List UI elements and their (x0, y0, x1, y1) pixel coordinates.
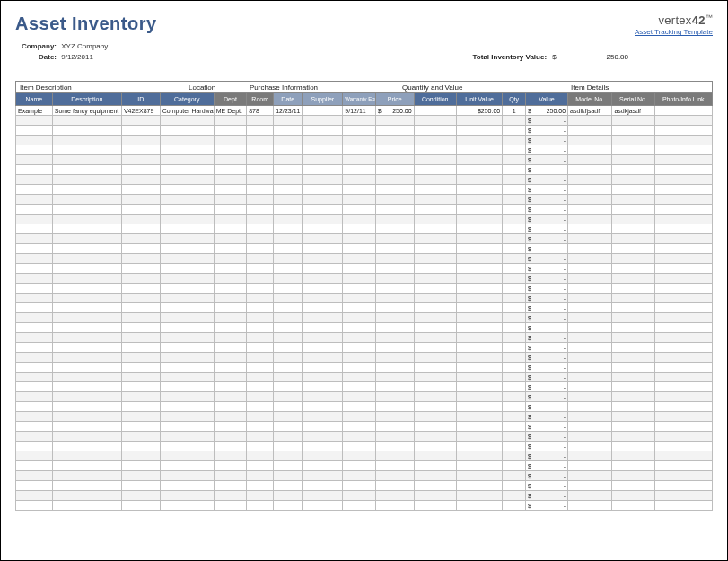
cell-empty[interactable] (247, 353, 274, 363)
cell-empty[interactable] (16, 234, 53, 244)
cell-empty[interactable] (303, 333, 343, 343)
cell-empty[interactable] (343, 392, 375, 402)
cell-empty[interactable] (612, 451, 654, 461)
cell-empty[interactable] (52, 116, 121, 126)
cell-empty[interactable] (160, 215, 214, 224)
cell-empty[interactable] (52, 442, 121, 451)
cell-empty[interactable] (214, 333, 246, 343)
cell-empty[interactable] (568, 501, 612, 511)
cell-val[interactable]: $- (525, 126, 567, 136)
cell-empty[interactable] (612, 126, 654, 136)
cell-empty[interactable] (214, 126, 246, 136)
cell-val[interactable]: $- (525, 353, 567, 363)
cell-empty[interactable] (375, 333, 414, 343)
cell-empty[interactable] (375, 136, 414, 145)
cell-empty[interactable] (16, 244, 53, 254)
cell-empty[interactable] (121, 126, 160, 136)
cell-val[interactable]: $- (525, 215, 567, 224)
cell-uval[interactable]: $250.00 (456, 106, 502, 116)
cell-empty[interactable] (414, 145, 456, 155)
cell-empty[interactable] (274, 274, 303, 284)
cell-empty[interactable] (52, 254, 121, 264)
cell-val[interactable]: $- (525, 136, 567, 145)
cell-val[interactable]: $250.00 (525, 106, 567, 116)
cell-empty[interactable] (456, 264, 502, 274)
cell-empty[interactable] (612, 313, 654, 323)
cell-empty[interactable] (214, 155, 246, 165)
cell-val[interactable]: $- (525, 254, 567, 264)
cell-empty[interactable] (52, 412, 121, 422)
cell-empty[interactable] (456, 234, 502, 244)
cell-empty[interactable] (503, 333, 526, 343)
cell-empty[interactable] (503, 205, 526, 215)
cell-empty[interactable] (160, 442, 214, 451)
cell-empty[interactable] (274, 244, 303, 254)
cell-empty[interactable] (16, 274, 53, 284)
cell-empty[interactable] (247, 155, 274, 165)
cell-empty[interactable] (414, 215, 456, 224)
cell-empty[interactable] (16, 215, 53, 224)
cell-empty[interactable] (612, 294, 654, 303)
cell-empty[interactable] (612, 224, 654, 234)
cell-empty[interactable] (568, 481, 612, 491)
cell-empty[interactable] (214, 244, 246, 254)
cell-empty[interactable] (343, 195, 375, 205)
cell-empty[interactable] (343, 373, 375, 382)
cell-empty[interactable] (303, 244, 343, 254)
cell-empty[interactable] (121, 353, 160, 363)
cell-empty[interactable] (654, 392, 712, 402)
cell-empty[interactable] (16, 422, 53, 432)
cell-empty[interactable] (16, 432, 53, 442)
cell-empty[interactable] (214, 136, 246, 145)
cell-empty[interactable] (375, 165, 414, 175)
cell-empty[interactable] (343, 313, 375, 323)
cell-empty[interactable] (16, 392, 53, 402)
cell-empty[interactable] (52, 155, 121, 165)
cell-empty[interactable] (612, 412, 654, 422)
cell-empty[interactable] (568, 195, 612, 205)
cell-val[interactable]: $- (525, 461, 567, 471)
cell-empty[interactable] (303, 155, 343, 165)
cell-empty[interactable] (52, 323, 121, 333)
cell-empty[interactable] (612, 264, 654, 274)
cell-empty[interactable] (375, 422, 414, 432)
cell-empty[interactable] (414, 234, 456, 244)
cell-empty[interactable] (160, 353, 214, 363)
cell-empty[interactable] (414, 422, 456, 432)
cell-empty[interactable] (568, 136, 612, 145)
cell-empty[interactable] (612, 303, 654, 313)
cell-empty[interactable] (375, 185, 414, 195)
cell-empty[interactable] (375, 284, 414, 294)
cell-empty[interactable] (568, 323, 612, 333)
cell-empty[interactable] (343, 432, 375, 442)
cell-name[interactable]: Example (16, 106, 53, 116)
cell-empty[interactable] (456, 155, 502, 165)
cell-empty[interactable] (503, 274, 526, 284)
cell-empty[interactable] (568, 274, 612, 284)
cell-empty[interactable] (654, 224, 712, 234)
cell-empty[interactable] (375, 155, 414, 165)
cell-empty[interactable] (303, 481, 343, 491)
cell-empty[interactable] (375, 195, 414, 205)
cell-empty[interactable] (121, 422, 160, 432)
cell-empty[interactable] (612, 323, 654, 333)
cell-empty[interactable] (160, 392, 214, 402)
cell-empty[interactable] (654, 343, 712, 353)
cell-empty[interactable] (654, 303, 712, 313)
cell-empty[interactable] (214, 145, 246, 155)
cell-empty[interactable] (247, 323, 274, 333)
cell-empty[interactable] (654, 175, 712, 185)
cell-empty[interactable] (52, 165, 121, 175)
cell-empty[interactable] (274, 323, 303, 333)
cell-empty[interactable] (654, 294, 712, 303)
cell-empty[interactable] (121, 451, 160, 461)
cell-empty[interactable] (568, 412, 612, 422)
cell-empty[interactable] (343, 412, 375, 422)
cell-empty[interactable] (214, 402, 246, 412)
cell-empty[interactable] (160, 224, 214, 234)
cell-empty[interactable] (343, 491, 375, 501)
cell-empty[interactable] (568, 491, 612, 501)
cell-val[interactable]: $- (525, 412, 567, 422)
cell-empty[interactable] (214, 412, 246, 422)
cell-empty[interactable] (303, 412, 343, 422)
